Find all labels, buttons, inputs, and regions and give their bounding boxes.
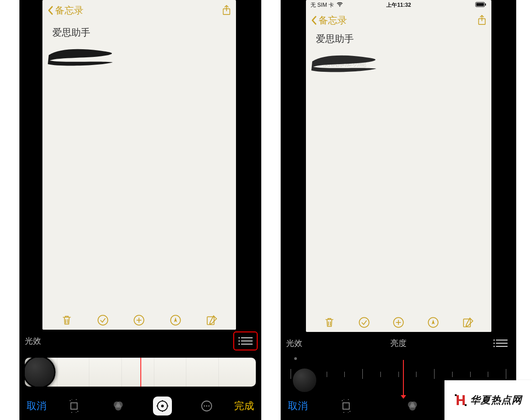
plus-circle-icon[interactable] (133, 314, 145, 326)
thumbnail-strip[interactable] (25, 358, 256, 387)
pen-circle-icon[interactable] (170, 314, 181, 326)
svg-rect-33 (485, 3, 486, 5)
svg-point-14 (239, 344, 240, 345)
svg-rect-63 (455, 394, 457, 396)
watermark-logo-icon (455, 394, 467, 406)
chevron-left-icon (310, 15, 318, 25)
done-button[interactable]: 完成 (231, 397, 257, 415)
svg-point-27 (204, 406, 205, 407)
selection-marker (403, 360, 404, 396)
slider-knob[interactable] (25, 358, 56, 387)
svg-point-28 (206, 406, 208, 407)
svg-point-30 (339, 6, 340, 7)
notes-bottom-toolbar (42, 314, 236, 326)
crop-rotate-icon[interactable] (65, 397, 83, 415)
editor-bottombar: 取消 完成 (19, 392, 261, 420)
trash-icon[interactable] (61, 314, 73, 326)
notes-navbar: 备忘录 (42, 0, 236, 18)
redacted-scribble (45, 47, 117, 68)
svg-point-4 (98, 315, 108, 325)
compose-icon[interactable] (206, 314, 217, 326)
sim-status: 无 SIM 卡 (310, 1, 334, 9)
note-title: 爱思助手 (306, 28, 491, 45)
svg-rect-32 (476, 3, 484, 6)
check-circle-icon[interactable] (97, 314, 109, 326)
svg-point-19 (115, 404, 121, 411)
slider-knob[interactable] (291, 367, 318, 393)
chevron-left-icon (47, 5, 54, 15)
phone-screenshot-right: 无 SIM 卡 上午11:32 备忘录 爱思助手 测试添加功能 (281, 0, 516, 420)
crop-rotate-icon[interactable] (337, 397, 356, 415)
svg-point-29 (208, 406, 210, 407)
list-toggle-button[interactable] (490, 336, 511, 351)
clock: 上午11:32 (386, 1, 411, 9)
list-toggle-button[interactable] (235, 333, 256, 349)
plus-circle-icon[interactable] (393, 317, 404, 328)
notes-bottom-toolbar (306, 317, 491, 328)
more-circle-icon[interactable] (197, 397, 216, 415)
notes-app-canvas: 无 SIM 卡 上午11:32 备忘录 爱思助手 测试添加功能 (306, 0, 491, 332)
editor-strip: 光效 (19, 330, 261, 352)
adjust-dial-icon[interactable] (153, 397, 172, 415)
phone-screenshot-left: 备忘录 爱思助手 光效 (19, 0, 261, 420)
redacted-text: 测试添加功能 (309, 53, 381, 74)
battery-icon (475, 2, 487, 9)
selection-marker (140, 358, 141, 387)
page-dot (294, 357, 297, 360)
back-label: 备忘录 (319, 14, 347, 27)
share-button[interactable] (477, 14, 487, 26)
compose-icon[interactable] (462, 317, 474, 328)
filters-icon[interactable] (403, 397, 422, 415)
svg-point-44 (494, 340, 495, 341)
cancel-button[interactable]: 取消 (24, 397, 49, 415)
effect-label: 光效 (286, 338, 302, 349)
watermark: 华夏热点网 (444, 380, 532, 420)
svg-point-48 (494, 346, 495, 347)
back-button[interactable]: 备忘录 (47, 4, 83, 17)
svg-point-10 (239, 337, 240, 339)
property-label: 亮度 (390, 338, 407, 349)
back-label: 备忘录 (55, 4, 83, 17)
effect-label: 光效 (25, 336, 41, 346)
svg-rect-62 (457, 399, 465, 401)
share-button[interactable] (222, 5, 231, 16)
trash-icon[interactable] (324, 317, 335, 328)
svg-rect-64 (465, 404, 467, 406)
svg-rect-16 (71, 403, 77, 409)
status-bar: 无 SIM 卡 上午11:32 (306, 0, 491, 10)
svg-point-46 (494, 343, 495, 344)
redacted-scribble: 测试添加功能 (309, 53, 381, 74)
check-circle-icon[interactable] (358, 317, 370, 328)
svg-point-21 (162, 405, 163, 407)
svg-point-53 (409, 404, 416, 411)
tick-marks (291, 369, 506, 380)
svg-point-12 (239, 341, 240, 342)
back-button[interactable]: 备忘录 (310, 14, 347, 27)
note-title: 爱思助手 (42, 18, 236, 39)
svg-point-38 (359, 317, 369, 327)
filters-icon[interactable] (109, 397, 128, 415)
wifi-icon (337, 2, 343, 8)
watermark-text: 华夏热点网 (470, 393, 522, 407)
svg-rect-50 (343, 403, 349, 409)
pen-circle-icon[interactable] (427, 317, 439, 328)
notes-app-canvas: 备忘录 爱思助手 (42, 0, 236, 330)
effect-thumbnails[interactable] (19, 352, 261, 392)
cancel-button[interactable]: 取消 (285, 397, 310, 415)
